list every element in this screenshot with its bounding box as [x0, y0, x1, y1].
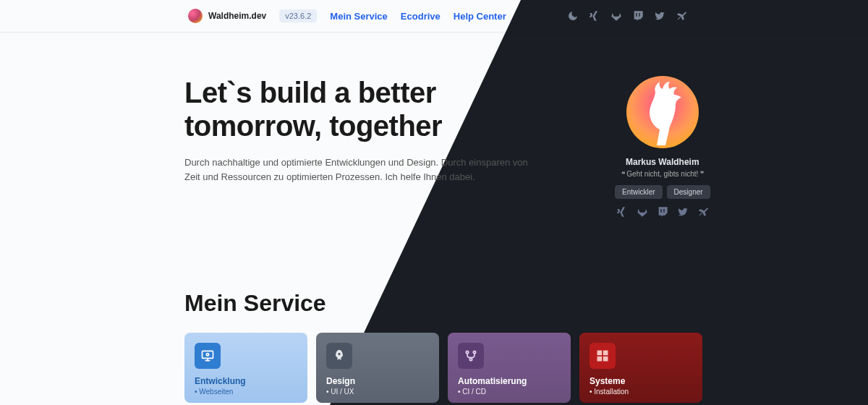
- section-title: Mein Service: [184, 290, 868, 317]
- topbar: Waldheim.dev v23.6.2 Mein Service Ecodri…: [0, 0, 868, 33]
- card-systeme[interactable]: Systeme Installation: [579, 333, 702, 403]
- brand[interactable]: Waldheim.dev: [188, 9, 266, 23]
- hero-subtitle: Durch nachhaltige und optimierte Entwick…: [184, 155, 546, 184]
- svg-point-4: [469, 358, 472, 360]
- hero-title: Let`s build a better tomorrow, together: [184, 76, 546, 142]
- grid-icon: [590, 343, 616, 369]
- twitch-icon[interactable]: [632, 10, 644, 22]
- nav-mein-service[interactable]: Mein Service: [330, 11, 388, 22]
- card-automatisierung[interactable]: Automatisierung CI / CD: [448, 333, 571, 403]
- svg-point-1: [206, 354, 208, 356]
- card-title: Entwicklung: [195, 376, 297, 386]
- profile-quote: Geht nicht, gibts nicht!: [615, 170, 710, 178]
- card-title: Automatisierung: [458, 376, 561, 386]
- card-item: UI / UX: [326, 388, 429, 396]
- tools-icon[interactable]: [697, 206, 709, 218]
- card-design[interactable]: Design UI / UX: [316, 333, 439, 403]
- badge-designer: Designer: [667, 185, 710, 199]
- card-item: CI / CD: [458, 388, 561, 396]
- card-item: Webseiten: [195, 388, 297, 396]
- nav-help-center[interactable]: Help Center: [454, 11, 506, 22]
- badge-developer: Entwickler: [615, 185, 663, 199]
- hero: Let`s build a better tomorrow, together …: [184, 76, 546, 218]
- svg-rect-8: [603, 357, 608, 362]
- gitlab-icon[interactable]: [637, 206, 648, 218]
- nav-ecodrive[interactable]: Ecodrive: [401, 11, 441, 22]
- brand-name: Waldheim.dev: [208, 11, 266, 21]
- card-entwicklung[interactable]: Entwicklung Webseiten: [184, 333, 307, 403]
- card-title: Systeme: [590, 376, 692, 386]
- tools-icon[interactable]: [676, 10, 687, 22]
- service-cards: Entwicklung Webseiten Design UI / UX Aut…: [184, 333, 868, 403]
- svg-rect-5: [597, 351, 603, 356]
- rocket-icon: [326, 343, 352, 369]
- xing-icon[interactable]: [616, 206, 628, 218]
- profile-card: Markus Waldheim Geht nicht, gibts nicht!…: [615, 76, 710, 218]
- svg-point-3: [473, 351, 475, 353]
- deer-icon: [635, 82, 693, 145]
- twitch-icon[interactable]: [657, 206, 668, 218]
- svg-rect-6: [603, 351, 608, 356]
- monitor-icon: [195, 343, 221, 369]
- xing-icon[interactable]: [589, 10, 600, 22]
- card-title: Design: [326, 376, 429, 386]
- version-badge: v23.6.2: [279, 9, 317, 22]
- twitter-icon[interactable]: [654, 10, 665, 22]
- gitlab-icon[interactable]: [610, 10, 622, 22]
- profile-name: Markus Waldheim: [615, 157, 710, 167]
- svg-rect-0: [203, 351, 213, 358]
- moon-icon[interactable]: [567, 10, 579, 22]
- twitter-icon[interactable]: [677, 206, 689, 218]
- svg-point-2: [466, 351, 468, 353]
- card-item: Installation: [590, 388, 692, 396]
- avatar: [626, 76, 699, 148]
- brand-logo-icon: [188, 9, 203, 23]
- svg-rect-7: [597, 357, 603, 362]
- branch-icon: [458, 343, 484, 369]
